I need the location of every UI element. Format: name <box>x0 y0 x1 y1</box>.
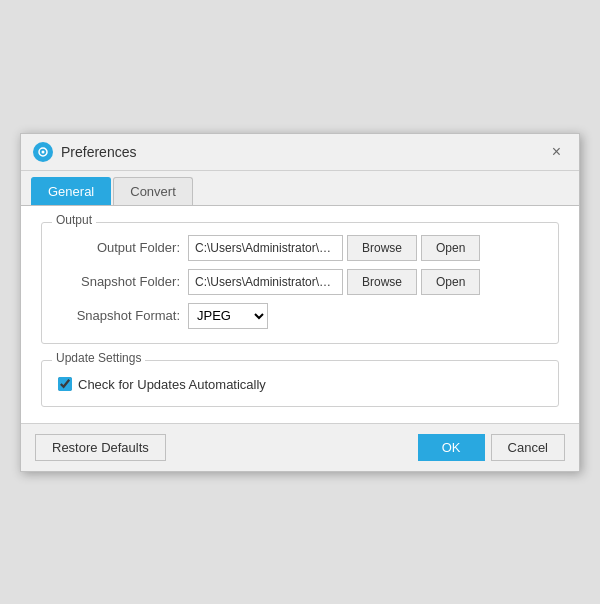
output-section: Output Output Folder: Browse Open Snapsh… <box>41 222 559 344</box>
ok-button[interactable]: OK <box>418 434 485 461</box>
snapshot-folder-input[interactable] <box>188 269 343 295</box>
check-updates-label: Check for Updates Automatically <box>78 377 266 392</box>
output-folder-input[interactable] <box>188 235 343 261</box>
close-button[interactable]: × <box>546 142 567 162</box>
footer: Restore Defaults OK Cancel <box>21 423 579 471</box>
footer-right: OK Cancel <box>418 434 565 461</box>
cancel-button[interactable]: Cancel <box>491 434 565 461</box>
preferences-dialog: Preferences × General Convert Output Out… <box>20 133 580 472</box>
title-bar-left: Preferences <box>33 142 136 162</box>
update-section: Update Settings Check for Updates Automa… <box>41 360 559 407</box>
tab-convert[interactable]: Convert <box>113 177 193 205</box>
snapshot-folder-label: Snapshot Folder: <box>58 274 188 289</box>
check-updates-checkbox[interactable] <box>58 377 72 391</box>
restore-defaults-button[interactable]: Restore Defaults <box>35 434 166 461</box>
tab-general[interactable]: General <box>31 177 111 205</box>
dialog-title: Preferences <box>61 144 136 160</box>
output-folder-open-button[interactable]: Open <box>421 235 480 261</box>
output-folder-label: Output Folder: <box>58 240 188 255</box>
app-icon <box>33 142 53 162</box>
update-section-label: Update Settings <box>52 351 145 365</box>
snapshot-format-select[interactable]: JPEG PNG BMP <box>188 303 268 329</box>
svg-point-1 <box>42 150 45 153</box>
tab-bar: General Convert <box>21 171 579 206</box>
output-folder-row: Output Folder: Browse Open <box>58 235 542 261</box>
content-area: Output Output Folder: Browse Open Snapsh… <box>21 206 579 423</box>
snapshot-format-label: Snapshot Format: <box>58 308 188 323</box>
title-bar: Preferences × <box>21 134 579 171</box>
snapshot-folder-browse-button[interactable]: Browse <box>347 269 417 295</box>
snapshot-folder-open-button[interactable]: Open <box>421 269 480 295</box>
snapshot-format-row: Snapshot Format: JPEG PNG BMP <box>58 303 542 329</box>
output-section-label: Output <box>52 213 96 227</box>
snapshot-folder-row: Snapshot Folder: Browse Open <box>58 269 542 295</box>
check-updates-row: Check for Updates Automatically <box>58 377 542 392</box>
output-folder-browse-button[interactable]: Browse <box>347 235 417 261</box>
